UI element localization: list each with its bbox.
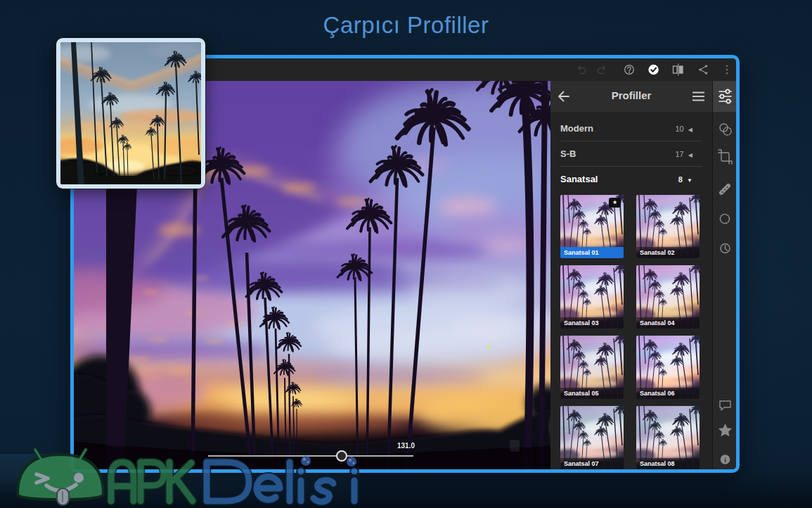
svg-text:i: i: [724, 456, 726, 464]
svg-text:131.0: 131.0: [397, 442, 415, 450]
